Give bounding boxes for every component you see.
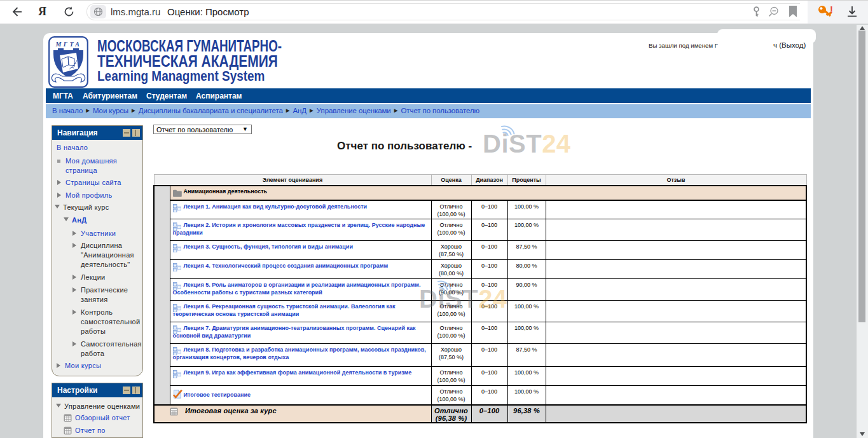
- svg-text:МГТА: МГТА: [55, 41, 81, 48]
- svg-text:!: !: [830, 5, 833, 15]
